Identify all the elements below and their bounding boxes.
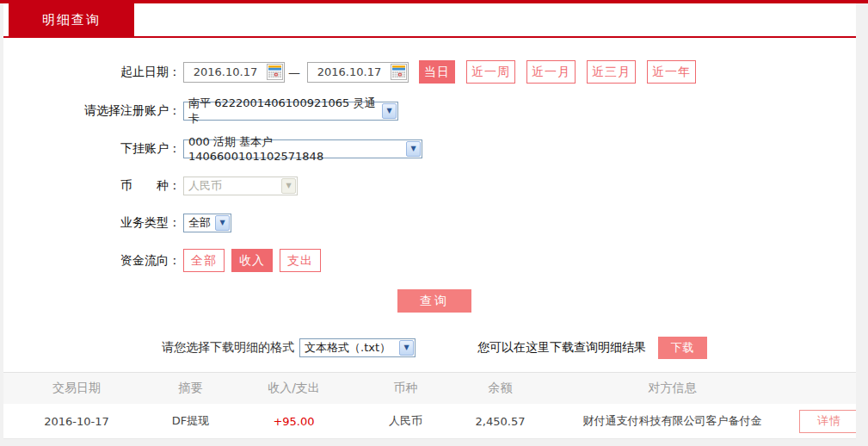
date-range-separator: — [288,65,300,79]
fund-flow-label: 资金流向： [3,253,181,269]
col-header-counterparty: 对方信息 [545,381,799,396]
register-account-select[interactable]: 南平 6222001406100921065 灵通卡 ▼ [183,102,398,121]
calendar-icon[interactable] [391,64,407,80]
quick-range-today-button[interactable]: 当日 [419,60,455,84]
end-date-value: 2016.10.17 [308,65,391,78]
currency-row: 币 种： 人民币 ▼ [3,174,298,197]
currency-value: 人民币 [188,178,222,194]
calendar-icon[interactable] [267,64,283,80]
tab-label: 明细查询 [42,12,101,28]
currency-label: 币 种： [3,178,181,194]
cell-counterparty: 财付通支付科技有限公司客户备付金 [545,413,799,429]
cell-summary: DF提现 [150,413,231,429]
business-type-row: 业务类型： 全部 ▼ [3,211,231,234]
col-header-date: 交易日期 [3,381,150,396]
table-row: 2016-10-17 DF提现 +95.00 人民币 2,450.57 财付通支… [3,404,856,439]
date-range-row: 起止日期： 2016.10.17 — 2016.10.17 [3,60,707,84]
start-date-input[interactable]: 2016.10.17 [183,62,285,83]
top-accent-bar [0,0,868,3]
end-date-input[interactable]: 2016.10.17 [307,62,409,83]
fund-flow-group: 全部 收入 支出 [183,249,328,272]
download-hint: 您可以在这里下载查询明细结果 [477,340,646,356]
fund-flow-expense-button[interactable]: 支出 [280,249,321,272]
main-panel: 明细查询 起止日期： 2016.10.17 — 2016.10.17 [3,0,856,439]
download-row: 请您选择下载明细的格式 文本格式（.txt） ▼ 您可以在这里下载查询明细结果 … [162,336,707,359]
sub-account-label: 下挂账户： [3,141,181,157]
col-header-balance: 余额 [455,381,545,396]
cell-date: 2016-10-17 [3,415,150,428]
sub-account-row: 下挂账户： 000 活期 基本户 1406600101102571848 ▼ [3,137,422,160]
cell-action: 详情 [799,410,856,433]
download-format-select[interactable]: 文本格式（.txt） ▼ [299,338,416,357]
tab-underline [3,36,856,38]
quick-range-month-button[interactable]: 近一月 [526,60,576,84]
quick-range-quarter-button[interactable]: 近三月 [587,60,636,84]
business-type-select[interactable]: 全部 ▼ [183,214,231,232]
chevron-down-icon: ▼ [406,141,421,157]
col-header-summary: 摘要 [150,381,231,396]
currency-select: 人民币 ▼ [183,177,298,195]
quick-range-group: 当日 近一周 近一月 近三月 近一年 [419,60,707,84]
chevron-down-icon: ▼ [215,215,230,231]
chevron-down-icon: ▼ [281,178,296,194]
tab-detail-query[interactable]: 明细查询 [9,3,134,36]
sub-account-select[interactable]: 000 活期 基本户 1406600101102571848 ▼ [183,139,422,158]
cell-amount: +95.00 [231,415,356,428]
cell-balance: 2,450.57 [455,415,545,428]
quick-range-week-button[interactable]: 近一周 [466,60,515,84]
chevron-down-icon: ▼ [382,103,397,119]
register-account-label: 请选择注册账户： [3,103,181,119]
col-header-amount: 收入/支出 [231,381,356,396]
detail-button[interactable]: 详情 [799,410,856,433]
cell-currency: 人民币 [356,413,455,429]
download-format-label: 请您选择下载明细的格式 [162,340,294,356]
chevron-down-icon: ▼ [399,340,414,356]
download-format-value: 文本格式（.txt） [305,340,391,356]
table-header-row: 交易日期 摘要 收入/支出 币种 余额 对方信息 [3,372,856,404]
query-button[interactable]: 查询 [397,289,471,313]
sub-account-value: 000 活期 基本户 1406600101102571848 [188,134,406,163]
fund-flow-all-button[interactable]: 全部 [183,249,225,272]
start-date-value: 2016.10.17 [184,65,267,78]
fund-flow-income-button[interactable]: 收入 [231,249,273,272]
date-range-label: 起止日期： [3,65,181,80]
col-header-currency: 币种 [356,381,455,396]
fund-flow-row: 资金流向： 全部 收入 支出 [3,249,328,272]
register-account-row: 请选择注册账户： 南平 6222001406100921065 灵通卡 ▼ [3,99,398,122]
business-type-value: 全部 [188,215,211,231]
quick-range-year-button[interactable]: 近一年 [647,60,696,84]
business-type-label: 业务类型： [3,215,181,231]
download-button[interactable]: 下载 [658,337,707,359]
register-account-value: 南平 6222001406100921065 灵通卡 [188,96,382,127]
